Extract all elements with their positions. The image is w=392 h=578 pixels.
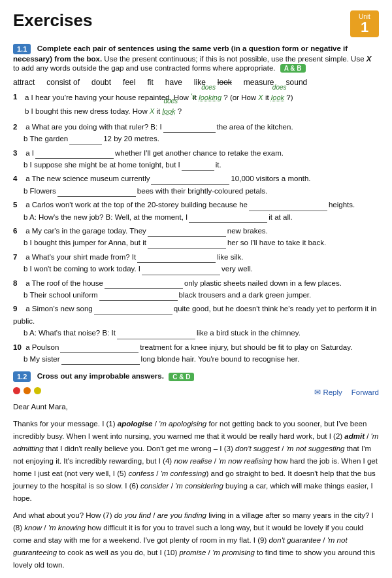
section-1-2-label: 1.2	[13, 371, 31, 382]
item-1b-it: it	[156, 107, 162, 115]
exercise-items-2-10: 2 a What are you doing with that ruler? …	[13, 121, 379, 365]
item-1b-end: ?	[178, 107, 182, 115]
page-title: Exercises	[13, 10, 92, 31]
item-6b: b I bought this jumper for Anna, but ith…	[24, 239, 326, 246]
word-fit: fit	[147, 78, 153, 87]
word-consist-of: consist of	[46, 78, 80, 87]
item-num-9: 9	[13, 303, 24, 314]
item-num-10: 10	[13, 341, 24, 353]
email-para-1: Thanks for your message. I (1) apologise…	[13, 418, 379, 505]
item-num-1: 1	[13, 91, 22, 103]
email-body: Dear Aunt Mara, Thanks for your message.…	[13, 401, 379, 578]
item-4b: b Flowersbees with their brightly-colour…	[24, 187, 267, 195]
email-header-row: ✉ Reply Forward	[13, 387, 379, 397]
section-1-2: 1.2 Cross out any improbable answers. C …	[13, 371, 379, 382]
item-num-7: 7	[13, 251, 24, 263]
word-look: look	[218, 78, 232, 87]
reply-button[interactable]: ✉ Reply	[314, 388, 342, 397]
exercise-item-4: 4 a The new science museum currently10,0…	[13, 173, 379, 197]
exercise-item-7: 7 a What's your shirt made from? Itlike …	[13, 251, 379, 275]
dot-red	[13, 387, 20, 394]
item-2b: b The garden12 by 20 metres.	[24, 135, 159, 143]
section-1-1: 1.1 Complete each pair of sentences usin…	[13, 44, 379, 73]
forward-label: Forward	[351, 388, 379, 396]
item-5b: b A: How's the new job? B: Well, at the …	[24, 213, 293, 221]
exercise-item-5: 5 a Carlos won't work at the top of the …	[13, 199, 379, 223]
exercise-item-9: 9 a Simon's new songquite good, but he d…	[13, 303, 379, 339]
dot-yellow	[34, 387, 41, 394]
email-traffic-lights	[13, 387, 41, 394]
item-num-8: 8	[13, 277, 24, 289]
item-9b: b A: What's that noise? B: Itlike a bird…	[24, 329, 301, 337]
item-num-5: 5	[13, 199, 24, 211]
email-para-2: And what about you? How (7) do you find …	[13, 509, 379, 571]
section-1-1-label: 1.1	[13, 44, 31, 54]
item-1a-looking: does looking	[199, 91, 221, 105]
item-7b: b I won't be coming to work today. Ivery…	[24, 265, 253, 273]
exercise-item-2: 2 a What are you doing with that ruler? …	[13, 121, 379, 145]
item-5a: a Carlos won't work at the top of the 20…	[25, 201, 355, 209]
item-num-3: 3	[13, 147, 24, 159]
item-10b: b My sisterlong blonde hair. You're boun…	[24, 355, 299, 363]
section-1-2-instruction: Cross out any improbable answers.	[37, 373, 166, 381]
email-actions: ✉ Reply Forward	[314, 388, 379, 397]
item-2a: a What are you doing with that ruler? B:…	[25, 123, 293, 131]
word-bank: attract consist of doubt feel fit have l…	[13, 78, 379, 87]
item-3a: a Iwhether I'll get another chance to re…	[25, 149, 284, 157]
word-feel: feel	[123, 78, 135, 87]
item-num-2: 2	[13, 121, 24, 133]
item-1a-look: does look	[271, 91, 284, 105]
exercise-item-10: 10 a Poulsontreatment for a knee injury,…	[13, 341, 379, 366]
dot-orange	[24, 387, 31, 394]
item-1b-x: X	[150, 107, 154, 115]
email-salutation: Dear Aunt Mara,	[13, 401, 379, 413]
item-1a-end1: ? (or How	[223, 94, 258, 101]
unit-badge: Unit 1	[350, 10, 379, 37]
page-header: Exercises Unit 1	[13, 10, 379, 37]
item-10a: a Poulsontreatment for a knee injury, bu…	[25, 343, 352, 351]
exercise-item-3: 3 a Iwhether I'll get another chance to …	[13, 147, 379, 171]
word-attract: attract	[13, 78, 35, 87]
item-1a-it2: it	[265, 94, 271, 101]
item-8a: a The roof of the houseonly plastic shee…	[25, 279, 342, 287]
word-sound: sound	[286, 78, 308, 87]
email-block: ✉ Reply Forward Dear Aunt Mara, Thanks f…	[13, 387, 379, 578]
item-4a: a The new science museum currently10,000…	[25, 175, 310, 182]
word-have: have	[165, 78, 182, 87]
exercise-item-8: 8 a The roof of the houseonly plastic sh…	[13, 277, 379, 301]
item-9a: a Simon's new songquite good, but he doe…	[13, 305, 376, 324]
item-1b-look: does look	[162, 105, 175, 118]
ab-badge: A & B	[280, 64, 306, 73]
reply-label: Reply	[323, 388, 342, 396]
word-doubt: doubt	[91, 78, 111, 87]
item-8b: b Their school uniformblack trousers and…	[24, 291, 311, 299]
unit-number: 1	[361, 19, 368, 35]
page: Exercises Unit 1 1.1 Complete each pair …	[0, 0, 392, 578]
item-6a: a My car's in the garage today. Theynew …	[25, 227, 268, 235]
exercise-item-6: 6 a My car's in the garage today. Theyne…	[13, 225, 379, 249]
item-1b-pre: b I bought this new dress today. How	[25, 107, 150, 115]
word-measure: measure	[244, 78, 274, 87]
exercise-item-1: 1 a I hear you're having your house repa…	[13, 91, 379, 118]
forward-button[interactable]: Forward	[351, 388, 379, 397]
item-num-6: 6	[13, 225, 24, 237]
item-3b: b I suppose she might be at home tonight…	[24, 161, 221, 169]
section-1-1-instruction: Complete each pair of sentences using th…	[13, 44, 371, 72]
cd-badge: C & D	[169, 373, 194, 381]
item-1a-x: X	[258, 94, 263, 101]
reply-icon: ✉	[314, 388, 321, 397]
item-7a: a What's your shirt made from? Itlike si…	[25, 253, 243, 261]
item-num-4: 4	[13, 173, 24, 184]
item-1a-end2: ?)	[286, 94, 293, 101]
